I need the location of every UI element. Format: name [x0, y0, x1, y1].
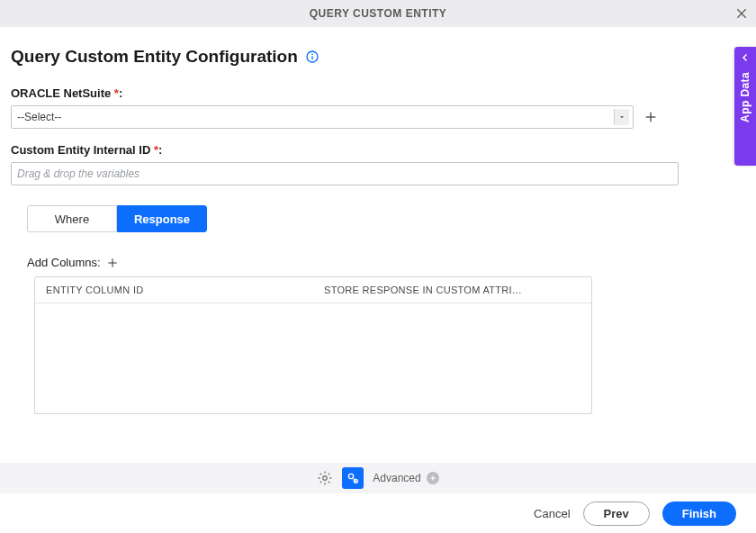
page-title-row: Query Custom Entity Configuration: [11, 47, 743, 67]
advanced-bar: Advanced: [0, 463, 756, 493]
footer: Advanced Cancel Prev Finish: [0, 463, 756, 533]
add-connection-button[interactable]: [643, 109, 659, 125]
label-text: ORACLE NetSuite: [11, 86, 114, 100]
tabs: Where Response: [27, 205, 743, 232]
title-bar: QUERY CUSTOM ENTITY: [0, 0, 756, 27]
button-bar: Cancel Prev Finish: [0, 493, 756, 533]
column-header-entity-id: ENTITY COLUMN ID: [35, 277, 313, 303]
config-tool-icon[interactable]: [342, 467, 364, 489]
app-data-side-tab[interactable]: App Data: [734, 47, 756, 166]
columns-table: ENTITY COLUMN ID STORE RESPONSE IN CUSTO…: [34, 276, 592, 414]
gear-icon[interactable]: [317, 470, 333, 486]
advanced-toggle[interactable]: Advanced: [373, 472, 438, 484]
field-label: Custom Entity Internal ID *:: [11, 143, 162, 157]
svg-point-3: [311, 54, 313, 56]
prev-button[interactable]: Prev: [583, 501, 650, 526]
finish-button[interactable]: Finish: [662, 501, 736, 526]
label-colon: :: [119, 86, 122, 100]
select-row: --Select--: [11, 105, 666, 129]
plus-circle-icon: [427, 472, 439, 484]
select-value: --Select--: [17, 111, 61, 123]
field-connection: ORACLE NetSuite *: --Select--: [11, 85, 743, 129]
label-colon: :: [158, 143, 162, 157]
page-title: Query Custom Entity Configuration: [11, 47, 298, 67]
advanced-label: Advanced: [373, 472, 420, 484]
add-columns-row: Add Columns:: [27, 256, 743, 269]
input-placeholder: Drag & drop the variables: [17, 167, 140, 180]
chevron-left-icon: [740, 52, 751, 63]
internal-id-input[interactable]: Drag & drop the variables: [11, 162, 679, 185]
chevron-down-icon: [614, 109, 629, 125]
info-icon[interactable]: [305, 50, 320, 64]
svg-point-10: [349, 474, 354, 478]
field-label: ORACLE NetSuite *:: [11, 86, 122, 100]
cancel-button[interactable]: Cancel: [534, 507, 570, 520]
connection-select[interactable]: --Select--: [11, 105, 634, 129]
label-text: Custom Entity Internal ID: [11, 143, 154, 157]
tab-response[interactable]: Response: [117, 205, 207, 232]
columns-body: [35, 303, 591, 413]
column-header-store-response: STORE RESPONSE IN CUSTOM ATTRI…: [313, 277, 591, 303]
content-area: Query Custom Entity Configuration ORACLE…: [0, 27, 756, 463]
tab-where[interactable]: Where: [27, 205, 117, 232]
field-internal-id: Custom Entity Internal ID *: Drag & drop…: [11, 141, 743, 185]
dialog-title: QUERY CUSTOM ENTITY: [310, 7, 447, 20]
columns-header: ENTITY COLUMN ID STORE RESPONSE IN CUSTO…: [35, 277, 591, 303]
side-tab-label: App Data: [739, 72, 752, 122]
close-icon[interactable]: [734, 0, 749, 27]
add-column-button[interactable]: [106, 257, 119, 269]
add-columns-label: Add Columns:: [27, 256, 101, 269]
svg-point-9: [323, 476, 328, 481]
